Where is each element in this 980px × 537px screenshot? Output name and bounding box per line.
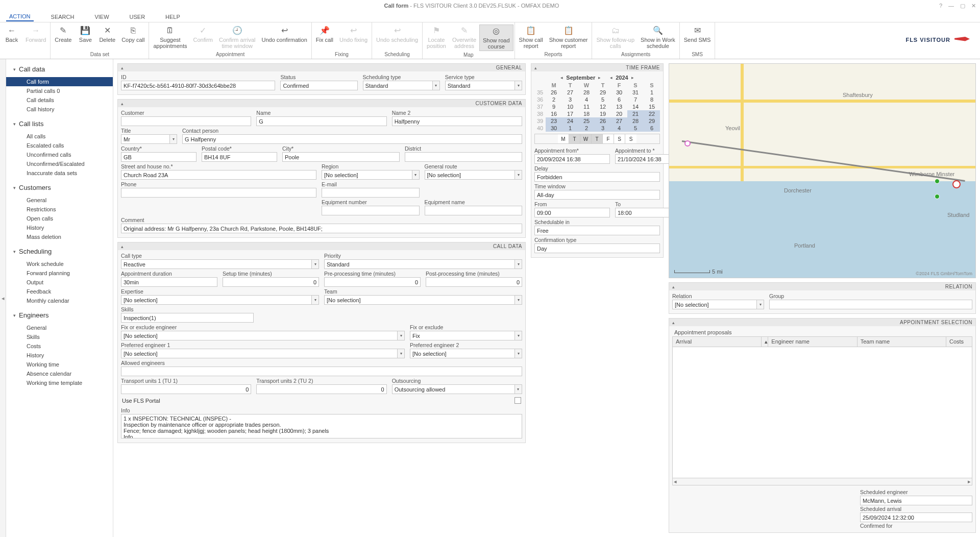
cal-day[interactable]: 7 (627, 96, 644, 103)
cal-day[interactable]: 25 (578, 117, 595, 125)
nav-item-call-history[interactable]: Call history (6, 105, 113, 114)
ribbon-fix-call[interactable]: 📌Fix call (313, 25, 336, 44)
title-dropdown[interactable]: ▾ (169, 134, 177, 144)
cal-day[interactable]: 30 (546, 125, 562, 132)
nav-item-escalated-calls[interactable]: Escalated calls (6, 141, 113, 150)
collapse-icon[interactable]: ▴ (121, 65, 124, 70)
dow-0[interactable]: M (558, 134, 569, 143)
nav-section-engineers[interactable]: Engineers (6, 308, 113, 322)
cal-day[interactable]: 11 (578, 103, 595, 110)
dow-6[interactable]: S (625, 134, 636, 143)
portal-checkbox[interactable] (514, 397, 521, 404)
ribbon-back[interactable]: ←Back (1, 25, 22, 44)
cal-day[interactable]: 1 (644, 89, 660, 96)
tw-input[interactable] (534, 190, 660, 200)
nav-item-output[interactable]: Output (6, 278, 113, 287)
nav-section-call-lists[interactable]: Call lists (6, 117, 113, 131)
relation-dropdown[interactable]: ▾ (756, 300, 764, 309)
city-input[interactable] (282, 152, 400, 162)
team-dropdown[interactable]: ▾ (514, 295, 522, 305)
postproc-input[interactable] (426, 277, 522, 287)
outsrc-dropdown[interactable]: ▾ (514, 384, 522, 394)
cal-day[interactable]: 1 (562, 125, 578, 132)
region-dropdown[interactable]: ▾ (412, 170, 420, 180)
map-pin-destination[interactable] (952, 180, 961, 188)
collapse-icon[interactable]: ▴ (672, 284, 675, 289)
group-input[interactable] (769, 300, 972, 309)
appt-from-input[interactable] (534, 154, 610, 164)
dow-1[interactable]: T (569, 134, 580, 143)
prev-year-icon[interactable]: ◂ (609, 75, 614, 80)
ribbon-delete[interactable]: ✕Delete (96, 25, 118, 44)
map-pin-green[interactable] (935, 194, 940, 199)
pref1-dropdown[interactable]: ▾ (397, 349, 405, 358)
cal-day[interactable]: 19 (595, 110, 611, 117)
delay-input[interactable] (534, 172, 660, 182)
cal-day[interactable]: 27 (562, 89, 578, 96)
nav-item-unconfirmed-calls[interactable]: Unconfirmed calls (6, 150, 113, 159)
calendar-grid[interactable]: MTWTFSS352627282930311362345678379101112… (534, 82, 660, 132)
prev-month-icon[interactable]: ◂ (559, 75, 564, 80)
sched-eng-input[interactable] (860, 496, 972, 505)
cal-day[interactable]: 17 (562, 110, 578, 117)
cal-day[interactable]: 5 (595, 96, 611, 103)
nav-section-customers[interactable]: Customers (6, 181, 113, 194)
fixexcl-dropdown[interactable]: ▾ (514, 331, 522, 340)
cal-day[interactable]: 2 (578, 125, 595, 132)
eqnum-input[interactable] (322, 206, 420, 215)
phone-input[interactable] (121, 188, 316, 198)
nav-item-restrictions[interactable]: Restrictions (6, 205, 113, 214)
email-input[interactable] (322, 188, 420, 198)
nav-item-work-schedule[interactable]: Work schedule (6, 259, 113, 268)
nav-item-call-details[interactable]: Call details (6, 95, 113, 105)
status-field[interactable]: Confirmed (280, 81, 357, 90)
nav-item-absence-calendar[interactable]: Absence calendar (6, 369, 113, 378)
cal-day[interactable]: 24 (562, 117, 578, 125)
cal-day[interactable]: 18 (578, 110, 595, 117)
conftype-input[interactable] (534, 243, 660, 253)
collapse-icon[interactable]: ▴ (534, 65, 537, 70)
col-team[interactable]: Team name (857, 337, 946, 347)
menu-help[interactable]: HELP (162, 13, 183, 21)
expertise-dropdown[interactable]: ▾ (311, 295, 319, 305)
route-dropdown[interactable]: ▾ (514, 170, 522, 180)
name-input[interactable] (256, 116, 386, 126)
cal-day[interactable]: 26 (595, 117, 611, 125)
minimize-icon[interactable]: — (948, 3, 954, 9)
country-input[interactable] (121, 152, 197, 162)
preproc-input[interactable] (324, 277, 421, 287)
map-pin-origin[interactable] (684, 140, 691, 147)
ribbon-save[interactable]: 💾Save (75, 25, 96, 44)
schedin-input[interactable] (534, 226, 660, 235)
help-icon[interactable]: ? (939, 3, 942, 9)
fixeng-dropdown[interactable]: ▾ (397, 331, 405, 340)
map[interactable]: Shaftesbury Yeovil Wimborne Minster Dorc… (669, 63, 976, 278)
street-input[interactable] (121, 170, 316, 180)
cal-day[interactable]: 4 (611, 125, 627, 132)
dow-4[interactable]: F (603, 134, 614, 143)
nav-item-unconfirmed-escalated[interactable]: Unconfirmed/Escalated (6, 159, 113, 168)
next-year-icon[interactable]: ▸ (630, 75, 635, 80)
menu-action[interactable]: ACTION (6, 12, 34, 21)
ribbon-create[interactable]: ✎Create (52, 25, 75, 44)
map-pin-green[interactable] (935, 179, 940, 184)
pref2-dropdown[interactable]: ▾ (514, 349, 522, 358)
cal-day[interactable]: 20 (611, 110, 627, 117)
id-field[interactable]: KF-f7420c5c-b561-4910-80f7-30d3c64bbe28 (121, 81, 275, 90)
nav-item-partial-calls-0[interactable]: Partial calls 0 (6, 86, 113, 95)
cal-day[interactable]: 28 (578, 89, 595, 96)
calltype-dropdown[interactable]: ▾ (311, 259, 319, 269)
cal-day[interactable]: 22 (644, 110, 660, 117)
cal-day[interactable]: 28 (627, 117, 644, 125)
setup-input[interactable] (223, 277, 319, 287)
menu-view[interactable]: VIEW (91, 13, 112, 21)
sort-icon[interactable]: ▴ (762, 337, 768, 347)
collapse-icon[interactable]: ▴ (121, 101, 124, 106)
menu-user[interactable]: USER (127, 13, 149, 21)
table-body[interactable] (672, 347, 972, 478)
col-arrival[interactable]: Arrival (673, 337, 762, 347)
cal-day[interactable]: 6 (611, 96, 627, 103)
cal-day[interactable]: 12 (595, 103, 611, 110)
ribbon-send-sms[interactable]: ✉Send SMS (681, 25, 714, 44)
next-month-icon[interactable]: ▸ (597, 75, 602, 80)
